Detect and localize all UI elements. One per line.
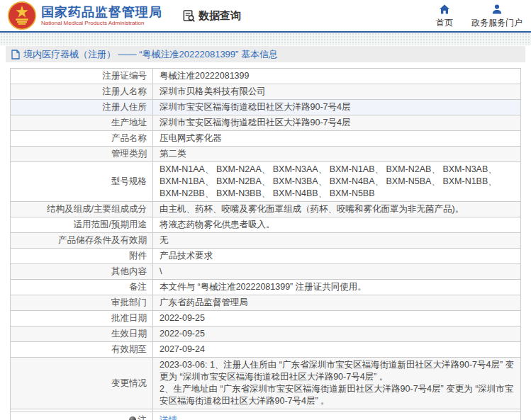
- field-value: 2027-09-24: [153, 342, 521, 358]
- field-value: \: [153, 264, 521, 280]
- field-label: 附件: [11, 249, 153, 264]
- table-row-structure-composition: 结构及组成/主要组成成分 由主机、药杯、咬嘴及雾化面罩组成（药杯、咬嘴和雾化面罩…: [11, 202, 521, 217]
- nav-item-home[interactable]: 首页: [436, 4, 453, 29]
- field-label: 适用范围/预期用途: [11, 217, 153, 233]
- field-label: 审批部门: [11, 295, 153, 311]
- field-label: 产品名称: [11, 131, 153, 147]
- field-label: 管理类别: [11, 147, 153, 162]
- data-query-label: 数据查询: [199, 9, 241, 23]
- table-row-intended-use: 适用范围/预期用途 将液态药物雾化供患者吸入。: [11, 217, 521, 233]
- field-value: 2023-03-06: 1、注册人住所由 “广东省深圳市宝安区福海街道新田社区大…: [153, 358, 521, 409]
- field-value: 深圳市贝格美科技有限公司: [153, 84, 521, 100]
- table-row-production-address: 生产地址 深圳市宝安区福海街道稔田社区大洋路90-7号4层: [11, 115, 521, 131]
- site-header: 国家药品监督管理局 National Medical Products Admi…: [0, 0, 531, 33]
- field-value: BXM-N1AA、 BXM-N2AA、 BXM-N3AA、 BXM-N1AB、 …: [153, 162, 521, 202]
- field-label: 结构及组成/主要组成成分: [11, 202, 153, 217]
- table-row-other-content: 其他内容 \: [11, 264, 521, 280]
- field-value: 本文件与 “粤械注准20222081399” 注册证共同使用。: [153, 280, 521, 295]
- header-nav: 首页 政务服务门户: [436, 4, 522, 29]
- registration-info-table: 注册证编号 粤械注准20222081399 注册人名称 深圳市贝格美科技有限公司…: [10, 68, 521, 420]
- agency-name-cn: 国家药品监督管理局: [41, 5, 162, 19]
- nav-item-label: 政务服务门户: [471, 17, 522, 29]
- field-label: 备注: [11, 280, 153, 295]
- data-query-nav[interactable]: 数据查询: [182, 9, 241, 23]
- table-row-attachment: 附件 产品技术要求: [11, 249, 521, 264]
- table-row-remarks: 备注 本文件与 “粤械注准20222081399” 注册证共同使用。: [11, 280, 521, 295]
- field-label: 注册人住所: [11, 100, 153, 115]
- field-value: 压电网式雾化器: [153, 131, 521, 147]
- field-value: 深圳市宝安区福海街道稔田社区大洋路90-7号4层: [153, 100, 521, 115]
- table-row-cert-number: 注册证编号 粤械注准20222081399: [11, 69, 521, 84]
- table-row-model-specs: 型号规格 BXM-N1AA、 BXM-N2AA、 BXM-N3AA、 BXM-N…: [11, 162, 521, 202]
- field-label: 注册证编号: [11, 69, 153, 84]
- texture-divider: [0, 33, 531, 45]
- field-value: 粤械注准20222081399: [153, 69, 521, 84]
- field-value: 广东省药品监督管理局: [153, 295, 521, 311]
- field-value: 由主机、药杯、咬嘴及雾化面罩组成（药杯、咬嘴和雾化面罩为非无菌产品)。: [153, 202, 521, 217]
- agency-title-block: 国家药品监督管理局 National Medical Products Admi…: [41, 5, 162, 27]
- doc-search-icon: [182, 9, 196, 23]
- table-row-expiry-date: 有效期至 2027-09-24: [11, 342, 521, 358]
- table-row-registrant-name: 注册人名称 深圳市贝格美科技有限公司: [11, 84, 521, 100]
- home-icon: [439, 4, 450, 15]
- field-label: 批准日期: [11, 311, 153, 327]
- field-label: 产品储存条件及有效期: [11, 233, 153, 249]
- field-label: 有效期至: [11, 342, 153, 358]
- national-emblem-logo: [7, 1, 37, 30]
- field-value: 2022-09-25: [153, 311, 521, 327]
- field-label: 注册人名称: [11, 84, 153, 100]
- page-title: 境内医疗器械（注册） —— “粤械注准20222081399” 基本信息: [23, 48, 278, 61]
- field-value: 产品技术要求: [153, 249, 521, 264]
- table-row-note: 注 详情: [11, 412, 521, 420]
- field-label: 生效日期: [11, 327, 153, 342]
- table-row-change-history: 变更情况 2023-03-06: 1、注册人住所由 “广东省深圳市宝安区福海街道…: [11, 358, 521, 409]
- table-row-product-name: 产品名称 压电网式雾化器: [11, 131, 521, 147]
- field-value: 2022-09-25: [153, 327, 521, 342]
- table-row-effective-date: 生效日期 2022-09-25: [11, 327, 521, 342]
- field-value: 深圳市宝安区福海街道稔田社区大洋路90-7号4层: [153, 115, 521, 131]
- field-value: 将液态药物雾化供患者吸入。: [153, 217, 521, 233]
- nav-item-portal[interactable]: 政务服务门户: [471, 4, 522, 29]
- bulb-icon: [129, 416, 136, 420]
- table-row-approval-date: 批准日期 2022-09-25: [11, 311, 521, 327]
- details-link[interactable]: 详情: [160, 415, 177, 420]
- field-label: 变更情况: [11, 358, 153, 409]
- table-row-approval-department: 审批部门 广东省药品监督管理局: [11, 295, 521, 311]
- nav-item-label: 首页: [436, 17, 453, 29]
- field-label: 注: [138, 415, 147, 420]
- breadcrumb: 境内医疗器械（注册） —— “粤械注准20222081399” 基本信息: [6, 46, 525, 62]
- user-icon: [491, 4, 503, 15]
- table-row-registrant-address: 注册人住所 深圳市宝安区福海街道稔田社区大洋路90-7号4层: [11, 100, 521, 115]
- field-value: 无: [153, 233, 521, 249]
- agency-name-en: National Medical Products Administration: [41, 20, 162, 27]
- table-row-management-class: 管理类别 第二类: [11, 147, 521, 162]
- field-value: 第二类: [153, 147, 521, 162]
- document-icon: [11, 50, 20, 59]
- table-row-storage-validity: 产品储存条件及有效期 无: [11, 233, 521, 249]
- field-label: 其他内容: [11, 264, 153, 280]
- field-label: 生产地址: [11, 115, 153, 131]
- field-label: 型号规格: [11, 162, 153, 202]
